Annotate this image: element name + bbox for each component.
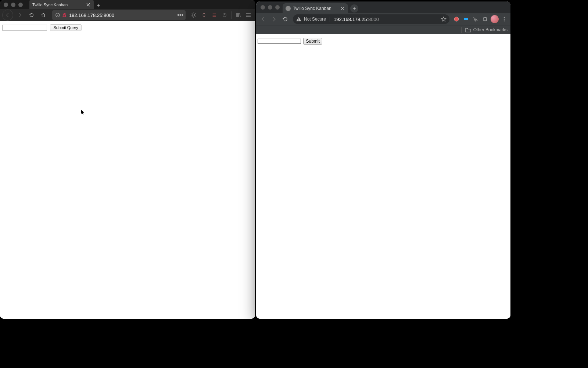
insecure-lock-icon[interactable] [61,12,68,18]
address-bar[interactable]: Not Secure 192.168.178.25:8000 [293,14,449,24]
query-input[interactable] [258,39,301,44]
extensions-puzzle-icon[interactable] [481,15,489,23]
warning-icon[interactable] [296,16,302,22]
svg-point-3 [193,14,195,16]
profile-avatar[interactable] [491,15,499,23]
url-port: :8000 [367,17,379,22]
svg-point-10 [504,19,505,20]
gear-extension-icon[interactable] [189,11,198,20]
close-window-button[interactable] [261,5,265,10]
svg-point-9 [504,17,505,18]
firefox-window: Twilio Sync Kanban + 192.168.178.25 [0,0,255,319]
extension-icon[interactable] [220,11,229,20]
tab-title: Twilio Sync Kanban [293,6,338,11]
url-separator [330,17,330,22]
forward-button[interactable] [15,10,25,20]
reload-button[interactable] [280,14,290,24]
url-host: 192.168.178.25 [334,17,367,22]
svg-point-5 [223,14,226,17]
browser-tab[interactable]: Twilio Sync Kanban [283,3,348,13]
chrome-page-content: Submit [256,34,510,319]
extension-icon[interactable] [472,15,480,23]
mouse-cursor-icon [81,110,85,116]
firefox-titlebar: Twilio Sync Kanban + [0,0,255,9]
other-bookmarks-button[interactable]: Other Bookmarks [473,27,508,32]
extension-icon[interactable] [210,11,219,20]
app-menu-button[interactable] [244,11,253,20]
bookmark-star-button[interactable] [441,16,447,22]
site-info-icon[interactable] [54,12,61,18]
submit-query-button[interactable]: Submit Query [50,24,81,31]
chrome-window: Twilio Sync Kanban + Not Secure 192.168.… [256,1,510,319]
toolbar-divider [461,27,462,33]
close-tab-button[interactable] [86,2,91,7]
extension-icon[interactable] [452,15,460,23]
minimize-window-button[interactable] [11,3,15,7]
home-button[interactable] [38,10,49,20]
query-input[interactable] [2,25,47,31]
tab-title: Twilio Sync Kanban [32,3,86,7]
firefox-page-content: Submit Query [0,21,255,319]
reload-button[interactable] [26,10,37,20]
minimize-window-button[interactable] [268,5,272,10]
back-button[interactable] [2,10,13,21]
svg-point-11 [504,21,505,22]
close-tab-button[interactable] [340,6,345,11]
new-tab-button[interactable]: + [350,4,358,13]
submit-button[interactable]: Submit [303,38,322,45]
folder-icon [465,27,471,32]
tab-favicon-icon [286,6,291,11]
extension-icon[interactable] [200,11,208,20]
svg-point-7 [454,17,459,21]
library-button[interactable] [234,11,243,20]
close-window-button[interactable] [4,3,8,7]
browser-tab[interactable]: Twilio Sync Kanban [29,0,94,9]
svg-rect-4 [203,13,205,17]
maximize-window-button[interactable] [275,5,280,10]
address-bar[interactable]: 192.168.178.25:8000 ••• [52,10,186,20]
not-secure-label: Not Secure [304,17,326,22]
chrome-titlebar: Twilio Sync Kanban + [256,1,510,13]
page-actions-button[interactable]: ••• [177,12,183,18]
url-text: 192.168.178.25:8000 [334,17,379,22]
firefox-toolbar: 192.168.178.25:8000 ••• [0,9,255,21]
new-tab-button[interactable]: + [95,1,102,8]
back-button[interactable] [258,14,268,24]
url-text: 192.168.178.25:8000 [68,13,177,18]
forward-button[interactable] [269,14,279,24]
svg-rect-8 [464,18,468,20]
extension-icon[interactable] [462,15,470,23]
svg-point-6 [298,20,299,21]
toolbar-divider [231,11,232,19]
chrome-toolbar: Not Secure 192.168.178.25:8000 [256,13,510,25]
traffic-lights [0,3,23,7]
maximize-window-button[interactable] [18,3,23,7]
traffic-lights [256,5,280,10]
bookmarks-bar: Other Bookmarks [256,25,510,34]
chrome-menu-button[interactable] [500,15,508,23]
